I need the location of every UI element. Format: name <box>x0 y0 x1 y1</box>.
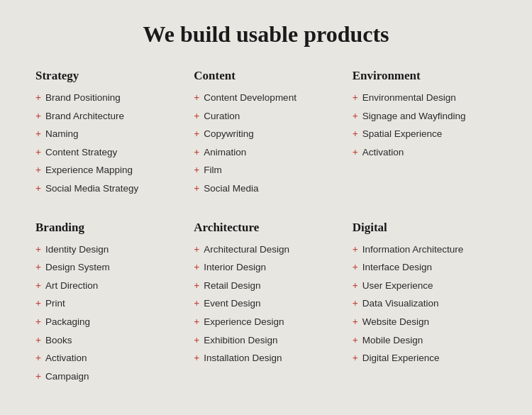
item-label: Mobile Design <box>362 333 423 348</box>
item-label: Experience Design <box>204 314 284 330</box>
plus-icon: + <box>35 162 41 177</box>
item-label: Environmental Design <box>362 90 456 106</box>
list-item: +Mobile Design <box>353 333 497 348</box>
category-architecture: Architecture+Architectural Design+Interi… <box>194 221 338 387</box>
plus-icon: + <box>194 181 199 196</box>
item-label: Curation <box>204 109 240 124</box>
plus-icon: + <box>353 242 358 257</box>
page-title: We build usable products <box>35 21 497 48</box>
list-item: +Animation <box>194 145 338 160</box>
list-item: +Naming <box>35 126 179 142</box>
plus-icon: + <box>194 109 199 123</box>
list-item: +User Experience <box>353 278 497 294</box>
item-label: Content Strategy <box>45 145 117 160</box>
list-item: +Installation Design <box>194 350 338 366</box>
categories-grid: Strategy+Brand Positioning+Brand Archite… <box>35 69 497 387</box>
item-label: Digital Experience <box>362 350 440 366</box>
item-label: Experience Mapping <box>45 162 133 178</box>
item-label: Social Media <box>204 181 258 197</box>
item-label: Content Development <box>204 90 297 106</box>
list-item: +Spatial Experience <box>353 126 497 142</box>
plus-icon: + <box>194 260 199 275</box>
list-item: +Interior Design <box>194 260 338 275</box>
list-item: +Activation <box>35 350 179 366</box>
list-item: +Brand Architecture <box>35 109 179 124</box>
item-label: Data Visualization <box>362 296 439 311</box>
list-item: +Packaging <box>35 314 179 330</box>
category-title-architecture: Architecture <box>194 221 338 235</box>
plus-icon: + <box>35 260 41 275</box>
plus-icon: + <box>194 162 199 177</box>
item-label: Animation <box>204 145 246 160</box>
plus-icon: + <box>35 109 41 123</box>
list-item: +Film <box>194 162 338 178</box>
item-label: Art Direction <box>45 278 98 294</box>
item-label: Architectural Design <box>204 242 289 258</box>
category-environment: Environment+Environmental Design+Signage… <box>353 69 497 199</box>
plus-icon: + <box>194 333 199 348</box>
category-title-environment: Environment <box>353 69 497 83</box>
item-label: Design System <box>45 260 110 275</box>
plus-icon: + <box>353 126 358 141</box>
list-item: +Interface Design <box>353 260 497 275</box>
list-item: +Social Media <box>194 181 338 197</box>
plus-icon: + <box>353 109 358 123</box>
item-label: Film <box>204 162 222 178</box>
plus-icon: + <box>35 90 41 105</box>
plus-icon: + <box>353 278 358 293</box>
list-item: +Digital Experience <box>353 350 497 366</box>
plus-icon: + <box>353 350 358 365</box>
list-item: +Architectural Design <box>194 242 338 258</box>
plus-icon: + <box>35 126 41 141</box>
list-item: +Copywriting <box>194 126 338 142</box>
item-label: Interface Design <box>362 260 432 275</box>
plus-icon: + <box>35 350 41 365</box>
list-item: +Identity Design <box>35 242 179 258</box>
category-title-branding: Branding <box>35 221 179 235</box>
plus-icon: + <box>194 242 199 257</box>
item-label: Event Design <box>204 296 260 311</box>
item-label: Copywriting <box>204 126 254 142</box>
list-item: +Social Media Strategy <box>35 181 179 197</box>
list-item: +Retail Design <box>194 278 338 294</box>
plus-icon: + <box>353 90 358 105</box>
list-item: +Print <box>35 296 179 311</box>
item-label: Interior Design <box>204 260 266 275</box>
item-label: Campaign <box>45 369 89 384</box>
item-label: Installation Design <box>204 350 282 366</box>
list-item: +Brand Positioning <box>35 90 179 106</box>
list-item: +Curation <box>194 109 338 124</box>
item-label: Activation <box>45 350 87 366</box>
list-item: +Design System <box>35 260 179 275</box>
plus-icon: + <box>194 278 199 293</box>
list-item: +Environmental Design <box>353 90 497 106</box>
plus-icon: + <box>35 296 41 311</box>
list-item: +Campaign <box>35 369 179 384</box>
plus-icon: + <box>194 350 199 365</box>
plus-icon: + <box>35 369 41 384</box>
list-item: +Activation <box>353 145 497 160</box>
list-item: +Signage and Wayfinding <box>353 109 497 124</box>
list-item: +Books <box>35 333 179 348</box>
plus-icon: + <box>194 296 199 311</box>
list-item: +Experience Design <box>194 314 338 330</box>
plus-icon: + <box>353 260 358 275</box>
item-label: Retail Design <box>204 278 260 294</box>
list-item: +Experience Mapping <box>35 162 179 178</box>
plus-icon: + <box>353 145 358 160</box>
item-label: Print <box>45 296 65 311</box>
plus-icon: + <box>35 314 41 329</box>
list-item: +Art Direction <box>35 278 179 294</box>
plus-icon: + <box>35 278 41 293</box>
list-item: +Data Visualization <box>353 296 497 311</box>
list-item: +Event Design <box>194 296 338 311</box>
category-digital: Digital+Information Architecture+Interfa… <box>353 221 497 387</box>
category-title-strategy: Strategy <box>35 69 179 83</box>
plus-icon: + <box>194 90 199 105</box>
category-strategy: Strategy+Brand Positioning+Brand Archite… <box>35 69 179 199</box>
item-label: Brand Positioning <box>45 90 121 106</box>
item-label: Naming <box>45 126 79 142</box>
plus-icon: + <box>35 333 41 348</box>
plus-icon: + <box>35 181 41 196</box>
plus-icon: + <box>194 314 199 329</box>
